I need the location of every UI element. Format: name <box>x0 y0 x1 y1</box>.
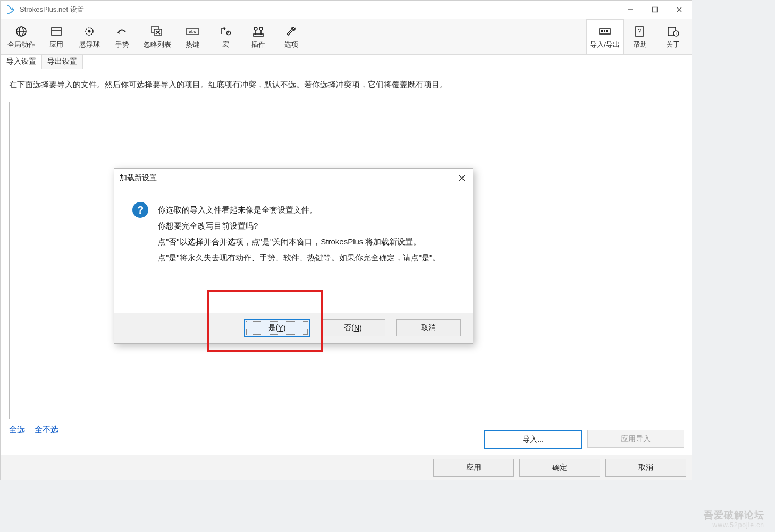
bottom-button-bar: 应用 确定 取消 <box>1 455 692 480</box>
svg-rect-27 <box>606 30 608 32</box>
dialog-cancel-button[interactable]: 取消 <box>396 319 461 336</box>
toolbar-label: 应用 <box>49 40 63 49</box>
import-buttons-row: 导入... 应用导入 <box>484 430 684 449</box>
toolbar-label: 忽略列表 <box>144 40 171 49</box>
globe-icon <box>15 24 28 39</box>
toolbar-options[interactable]: 选项 <box>275 19 308 54</box>
help-icon: ? <box>634 24 646 39</box>
svg-rect-7 <box>52 28 61 35</box>
watermark-sub: www.52pojie.cn <box>713 521 764 529</box>
toolbar-label: 插件 <box>251 40 265 49</box>
toolbar-about[interactable]: i 关于 <box>656 19 689 54</box>
toolbar-apps[interactable]: 应用 <box>40 19 73 54</box>
toolbar-hotkey[interactable]: abc 热键 <box>176 19 209 54</box>
dialog-line2: 你想要完全改写目前设置吗? <box>158 218 460 234</box>
toolbar-label: 关于 <box>666 40 680 49</box>
toolbar-label: 宏 <box>222 40 229 49</box>
svg-text:i: i <box>676 31 677 36</box>
toolbar-label: 帮助 <box>633 40 647 49</box>
window-icon <box>50 24 63 39</box>
dialog-titlebar: 加载新设置 <box>114 169 473 187</box>
toolbar-label: 手势 <box>115 40 129 49</box>
import-export-icon <box>597 24 612 39</box>
dialog-message: 你选取的导入文件看起来像是全套设置文件。 你想要完全改写目前设置吗? 点"否"以… <box>158 202 460 266</box>
dialog-no-button[interactable]: 否(N) <box>321 319 385 336</box>
select-all-link[interactable]: 全选 <box>9 425 25 435</box>
toolbar-import-export[interactable]: 导入/导出 <box>586 19 624 54</box>
window-close-button[interactable] <box>667 1 692 19</box>
apply-import-button: 应用导入 <box>587 430 684 448</box>
watermark: 吾爱破解论坛 www.52pojie.cn <box>704 509 764 529</box>
dialog-title: 加载新设置 <box>120 173 157 183</box>
toolbar-label: 热键 <box>186 40 199 49</box>
target-icon <box>83 24 96 39</box>
toolbar-label: 导入/导出 <box>590 40 620 49</box>
svg-point-10 <box>88 30 91 33</box>
svg-rect-25 <box>601 30 603 32</box>
watermark-main: 吾爱破解论坛 <box>704 509 764 521</box>
macro-icon <box>219 24 232 39</box>
toolbar-macro[interactable]: 宏 <box>209 19 242 54</box>
toolbar-help[interactable]: ? 帮助 <box>624 19 656 54</box>
dialog-body: ? 你选取的导入文件看起来像是全套设置文件。 你想要完全改写目前设置吗? 点"否… <box>114 187 473 266</box>
dialog-close-button[interactable] <box>457 173 467 183</box>
svg-text:?: ? <box>638 28 642 35</box>
toolbar-floatball[interactable]: 悬浮球 <box>73 19 106 54</box>
dialog-line1: 你选取的导入文件看起来像是全套设置文件。 <box>158 202 460 218</box>
window-minimize-button[interactable] <box>618 1 643 19</box>
toolbar-label: 全局动作 <box>7 40 35 49</box>
window-title: StrokesPlus.net 设置 <box>20 5 84 14</box>
svg-point-20 <box>259 27 263 30</box>
toolbar-ignore-list[interactable]: 忽略列表 <box>139 19 176 54</box>
description-text: 在下面选择要导入的文件。然后你可选择要导入的项目。红底项有冲突，默认不选。若你选… <box>9 80 683 90</box>
window-maximize-button[interactable] <box>643 1 667 19</box>
dialog-line3: 点"否"以选择并合并选项，点"是"关闭本窗口，StrokesPlus 将加载新设… <box>158 234 460 250</box>
dialog-line4: 点"是"将永久失去现有动作、手势、软件、热键等。如果你完全确定，请点"是"。 <box>158 250 460 266</box>
toolbar-plugin[interactable]: 插件 <box>242 19 275 54</box>
windows-x-icon <box>150 24 164 39</box>
tab-import-settings[interactable]: 导入设置 <box>1 54 42 69</box>
sub-tabs: 导入设置 导出设置 <box>1 55 692 69</box>
apply-button[interactable]: 应用 <box>433 459 514 477</box>
load-settings-dialog: 加载新设置 ? 你选取的导入文件看起来像是全套设置文件。 你想要完全改写目前设置… <box>114 168 473 344</box>
dialog-footer: 是(Y) 否(N) 取消 <box>114 313 473 343</box>
svg-text:abc: abc <box>189 29 196 34</box>
tab-export-settings[interactable]: 导出设置 <box>41 54 83 69</box>
question-icon: ? <box>132 202 148 218</box>
plugin-icon <box>252 24 265 39</box>
app-window: StrokesPlus.net 设置 全局动作 应用 悬浮球 手势 忽略列表 a… <box>0 0 692 480</box>
dialog-yes-button[interactable]: 是(Y) <box>244 319 310 337</box>
ok-button[interactable]: 确定 <box>519 459 600 477</box>
svg-rect-26 <box>604 30 605 32</box>
main-toolbar: 全局动作 应用 悬浮球 手势 忽略列表 abc 热键 宏 插件 <box>1 19 692 55</box>
key-abc-icon: abc <box>186 24 199 39</box>
toolbar-gesture[interactable]: 手势 <box>106 19 139 54</box>
titlebar: StrokesPlus.net 设置 <box>1 1 692 19</box>
toolbar-global-actions[interactable]: 全局动作 <box>3 19 40 54</box>
svg-rect-23 <box>254 34 263 36</box>
toolbar-label: 悬浮球 <box>79 40 100 49</box>
cancel-button[interactable]: 取消 <box>605 459 686 477</box>
gesture-icon <box>116 24 129 39</box>
svg-rect-1 <box>653 7 658 12</box>
about-icon: i <box>667 24 679 39</box>
app-logo-icon <box>5 4 15 15</box>
select-none-link[interactable]: 全不选 <box>35 425 58 435</box>
import-button[interactable]: 导入... <box>484 430 582 449</box>
svg-point-19 <box>254 27 257 30</box>
toolbar-label: 选项 <box>284 40 298 49</box>
wrench-icon <box>285 24 298 39</box>
